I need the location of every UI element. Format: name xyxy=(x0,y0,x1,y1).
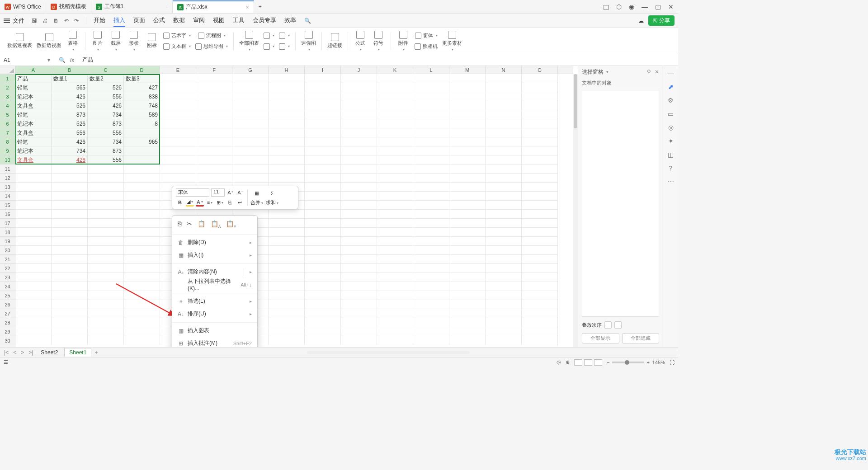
cell[interactable] xyxy=(486,273,522,282)
cell[interactable] xyxy=(413,336,449,345)
cell[interactable] xyxy=(15,192,52,201)
cell[interactable] xyxy=(413,327,449,336)
cell[interactable] xyxy=(413,300,449,309)
cell[interactable] xyxy=(413,128,449,137)
cell[interactable] xyxy=(449,264,486,273)
cell[interactable] xyxy=(305,291,341,300)
cell[interactable] xyxy=(196,92,232,101)
formula-input[interactable]: 产品 xyxy=(79,56,678,64)
picture-button[interactable]: 图片 xyxy=(91,31,104,52)
cell[interactable] xyxy=(486,300,522,309)
cell[interactable] xyxy=(232,92,269,101)
cell[interactable] xyxy=(522,219,558,228)
cell[interactable] xyxy=(413,201,449,210)
wrap-icon[interactable]: ↩ xyxy=(236,198,244,207)
cell[interactable]: 734 xyxy=(88,110,124,119)
cell[interactable] xyxy=(15,219,52,228)
cell[interactable] xyxy=(522,273,558,282)
row-header[interactable]: 29 xyxy=(0,327,15,336)
wordart-button[interactable]: 艺术字 xyxy=(163,31,191,40)
table-button[interactable]: 表格 xyxy=(66,31,80,52)
cell[interactable] xyxy=(305,246,341,255)
menu-tab-会员专享[interactable]: 会员专享 xyxy=(253,14,276,27)
cell[interactable] xyxy=(305,264,341,273)
rail-icon-3[interactable]: ◎ xyxy=(668,124,674,131)
cell[interactable] xyxy=(232,146,269,155)
cell[interactable] xyxy=(88,164,124,174)
cell[interactable] xyxy=(124,237,160,246)
row-header[interactable]: 20 xyxy=(0,246,15,255)
cell[interactable] xyxy=(522,92,558,101)
cell[interactable] xyxy=(196,164,232,174)
column-header[interactable]: L xyxy=(413,66,449,74)
cell[interactable]: 873 xyxy=(88,146,124,155)
row-header[interactable]: 10 xyxy=(0,155,15,164)
cell[interactable] xyxy=(15,201,52,210)
cell[interactable] xyxy=(269,273,305,282)
cell[interactable] xyxy=(377,300,413,309)
cell[interactable] xyxy=(88,219,124,228)
font-size-select[interactable]: 11 xyxy=(211,188,225,197)
cell[interactable] xyxy=(196,83,232,92)
cell[interactable] xyxy=(269,92,305,101)
symbol-button[interactable]: 符号 xyxy=(372,31,385,52)
all-charts-button[interactable]: 全部图表 xyxy=(239,31,259,52)
cell[interactable]: 铅笔 xyxy=(15,83,52,92)
rail-icon-2[interactable]: ▭ xyxy=(668,110,674,118)
cell[interactable]: 数量3 xyxy=(124,74,160,83)
row-header[interactable]: 23 xyxy=(0,273,15,282)
cell[interactable] xyxy=(232,128,269,137)
cell[interactable] xyxy=(15,336,52,345)
hyperlink-button[interactable]: 超链接 xyxy=(327,33,342,49)
cell[interactable] xyxy=(124,327,160,336)
cell[interactable] xyxy=(522,119,558,128)
cell[interactable] xyxy=(341,119,377,128)
row-header[interactable]: 11 xyxy=(0,164,15,174)
cell[interactable] xyxy=(449,309,486,318)
cell[interactable] xyxy=(522,201,558,210)
cell[interactable] xyxy=(449,336,486,345)
close-pane-icon[interactable]: ✕ xyxy=(655,69,659,75)
maximize-button[interactable]: ▢ xyxy=(655,3,661,10)
cell[interactable] xyxy=(52,228,88,237)
cell[interactable] xyxy=(522,110,558,119)
cell[interactable] xyxy=(413,282,449,291)
textbox-button[interactable]: 文本框 xyxy=(163,42,191,51)
cell[interactable] xyxy=(486,264,522,273)
cell[interactable] xyxy=(160,101,196,110)
fullscreen-icon[interactable]: ⛶ xyxy=(670,360,675,365)
cell[interactable] xyxy=(377,164,413,174)
context-menu-item[interactable]: A↓排序(U)▸ xyxy=(172,308,257,320)
cell[interactable] xyxy=(341,137,377,146)
cell[interactable] xyxy=(377,228,413,237)
view-break-button[interactable] xyxy=(594,359,602,366)
cell[interactable] xyxy=(305,300,341,309)
cell[interactable] xyxy=(449,192,486,201)
cell[interactable] xyxy=(15,228,52,237)
close-icon[interactable]: × xyxy=(246,4,249,10)
screenshot-button[interactable]: 截屏 xyxy=(109,31,123,52)
cell[interactable] xyxy=(449,83,486,92)
cell[interactable] xyxy=(486,119,522,128)
zoom-in-button[interactable]: + xyxy=(646,360,649,365)
cell[interactable]: 笔记本 xyxy=(15,92,52,101)
cell[interactable] xyxy=(377,92,413,101)
cell[interactable] xyxy=(341,228,377,237)
cell[interactable] xyxy=(196,155,232,164)
cell[interactable] xyxy=(413,174,449,183)
cell[interactable] xyxy=(449,110,486,119)
cell[interactable] xyxy=(196,119,232,128)
cell[interactable]: 数量1 xyxy=(52,74,88,83)
close-icon[interactable]: · xyxy=(166,4,167,10)
cell[interactable] xyxy=(269,146,305,155)
row-header[interactable]: 17 xyxy=(0,219,15,228)
cell[interactable] xyxy=(413,264,449,273)
cell[interactable] xyxy=(232,137,269,146)
cell[interactable] xyxy=(377,273,413,282)
form-control-button[interactable]: 窗体 xyxy=(415,31,438,40)
shapes-button[interactable]: 形状 xyxy=(127,31,141,52)
cell[interactable] xyxy=(377,155,413,164)
cell[interactable] xyxy=(124,300,160,309)
cell[interactable] xyxy=(124,318,160,327)
cell[interactable] xyxy=(486,309,522,318)
